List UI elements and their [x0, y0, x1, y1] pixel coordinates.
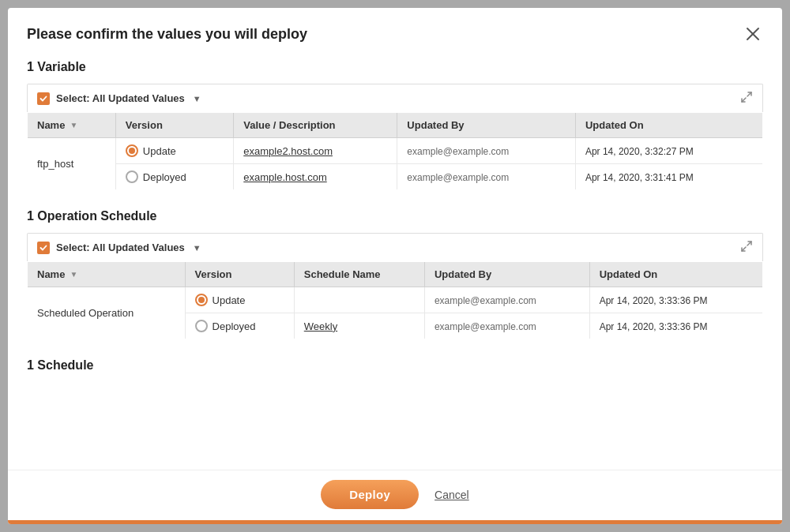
deploy-button[interactable]: Deploy — [321, 480, 419, 509]
variable-version-update: Update — [115, 138, 233, 164]
variable-col-name: Name ▼ — [28, 113, 116, 138]
operation-select-bar: Select: All Updated Values ▼ — [27, 233, 763, 261]
variable-section: 1 Variable Select: All Updated Values ▼ — [27, 60, 763, 190]
variable-select-bar: Select: All Updated Values ▼ — [27, 84, 763, 112]
modal: Please confirm the values you will deplo… — [8, 8, 782, 524]
variable-table: Name ▼ Version Value / Description Updat… — [27, 112, 763, 190]
variable-updated-by-update: example@example.com — [397, 138, 576, 164]
modal-overlay: Please confirm the values you will deplo… — [0, 0, 790, 532]
variable-section-title: 1 Variable — [27, 60, 763, 74]
operation-select-checkbox[interactable] — [37, 242, 50, 254]
table-row: ftp_host Update example2.hos — [28, 138, 763, 164]
bottom-bar — [8, 520, 782, 524]
modal-footer: Deploy Cancel — [8, 470, 782, 520]
version-update-radio[interactable] — [126, 144, 138, 157]
operation-updated-by-deployed: example@example.com — [424, 313, 589, 339]
op-version-deployed-label: Deployed — [213, 320, 256, 332]
operation-col-schedule: Schedule Name — [294, 262, 424, 287]
operation-expand-icon[interactable] — [740, 240, 753, 255]
operation-updated-on-update: Apr 14, 2020, 3:33:36 PM — [589, 287, 762, 313]
operation-schedule-deployed: Weekly — [294, 313, 424, 339]
expand-arrows-icon — [740, 91, 753, 103]
variable-select-label: Select: All Updated Values — [56, 92, 185, 104]
variable-select-chevron[interactable]: ▼ — [193, 94, 201, 103]
operation-version-deployed: Deployed — [185, 313, 294, 339]
variable-col-version: Version — [115, 113, 233, 138]
operation-col-updated-on: Updated On — [589, 262, 762, 287]
operation-select-label: Select: All Updated Values — [56, 242, 185, 253]
variable-expand-icon[interactable] — [740, 91, 753, 106]
operation-section-title: 1 Operation Schedule — [27, 209, 763, 223]
operation-col-name: Name ▼ — [28, 262, 186, 287]
version-deployed-radio[interactable] — [126, 170, 138, 183]
variable-col-updated-by: Updated By — [397, 113, 576, 138]
operation-row-name: Scheduled Operation — [28, 287, 186, 339]
variable-select-checkbox[interactable] — [37, 92, 50, 105]
operation-table: Name ▼ Version Schedule Name Updated By … — [27, 261, 763, 339]
variable-select-bar-left: Select: All Updated Values ▼ — [37, 92, 201, 105]
table-row: Deployed example.host.com example@exampl… — [28, 164, 763, 190]
name-sort-icon[interactable]: ▼ — [70, 121, 77, 129]
op-name-sort-icon[interactable]: ▼ — [70, 270, 77, 279]
operation-select-bar-left: Select: All Updated Values ▼ — [37, 242, 201, 254]
variable-value-update: example2.host.com — [234, 138, 397, 164]
operation-schedule-update — [294, 287, 424, 313]
cancel-button[interactable]: Cancel — [434, 489, 469, 501]
modal-title: Please confirm the values you will deplo… — [27, 26, 307, 43]
variable-col-value: Value / Description — [234, 113, 397, 138]
version-update-label: Update — [143, 145, 176, 157]
checkmark-icon-2 — [40, 244, 47, 252]
operation-schedule-link[interactable]: Weekly — [304, 320, 337, 332]
operation-updated-by-update: example@example.com — [424, 287, 589, 313]
close-button[interactable] — [743, 24, 763, 44]
op-version-update-label: Update — [213, 294, 246, 306]
variable-value-link-deployed[interactable]: example.host.com — [243, 171, 327, 183]
operation-col-updated-by: Updated By — [424, 262, 589, 287]
operation-section: 1 Operation Schedule Select: All Updated… — [27, 209, 763, 339]
variable-value-link-update[interactable]: example2.host.com — [243, 145, 333, 157]
schedule-section: 1 Schedule — [27, 358, 763, 373]
variable-version-deployed: Deployed — [115, 164, 233, 190]
modal-header: Please confirm the values you will deplo… — [8, 8, 782, 57]
operation-select-chevron[interactable]: ▼ — [193, 243, 201, 253]
operation-col-version: Version — [185, 262, 294, 287]
checkmark-icon — [40, 95, 47, 103]
close-icon — [746, 27, 760, 41]
modal-body: 1 Variable Select: All Updated Values ▼ — [8, 57, 782, 470]
variable-value-deployed: example.host.com — [234, 164, 397, 190]
op-version-update-radio[interactable] — [195, 294, 208, 306]
expand-arrows-icon-2 — [740, 240, 753, 253]
op-version-deployed-radio[interactable] — [195, 320, 208, 332]
variable-col-updated-on: Updated On — [575, 113, 762, 138]
table-row: Scheduled Operation Update — [28, 287, 763, 313]
variable-updated-on-update: Apr 14, 2020, 3:32:27 PM — [575, 138, 762, 164]
variable-updated-by-deployed: example@example.com — [397, 164, 576, 190]
operation-updated-on-deployed: Apr 14, 2020, 3:33:36 PM — [589, 313, 762, 339]
operation-version-update: Update — [185, 287, 294, 313]
version-deployed-label: Deployed — [143, 171, 186, 183]
variable-updated-on-deployed: Apr 14, 2020, 3:31:41 PM — [575, 164, 762, 190]
schedule-section-title: 1 Schedule — [27, 358, 763, 373]
variable-row-name: ftp_host — [28, 138, 116, 190]
